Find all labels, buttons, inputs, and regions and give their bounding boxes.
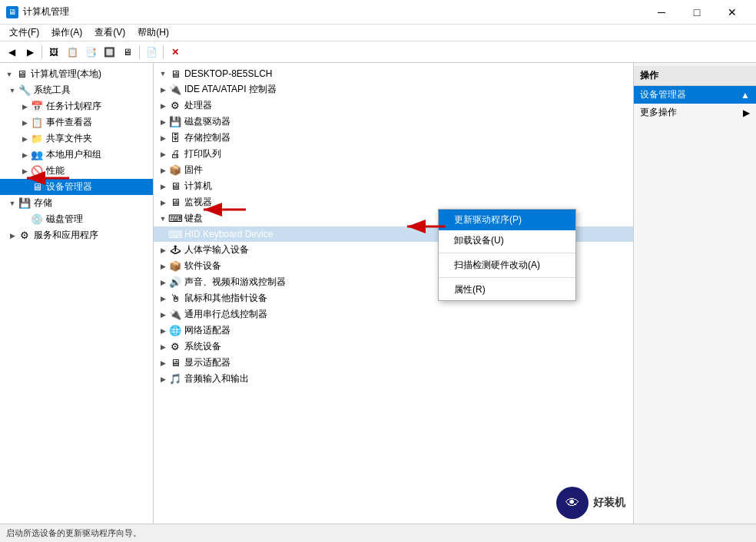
humaninput-label: 人体学输入设备: [184, 243, 249, 256]
monitor-label: 监视器: [184, 196, 212, 209]
minimize-button[interactable]: ─: [644, 0, 679, 25]
taskscheduler-label: 任务计划程序: [46, 100, 101, 113]
toolbar-delete[interactable]: ✕: [167, 44, 184, 61]
network-label: 网络适配器: [184, 324, 230, 337]
storagectrl-toggle: ▶: [157, 132, 169, 144]
toolbar-btn6[interactable]: 📄: [143, 44, 160, 61]
localusers-label: 本地用户和组: [46, 148, 101, 161]
usb-toggle: ▶: [157, 309, 169, 321]
mouse-label: 鼠标和其他指针设备: [184, 292, 267, 305]
action-moreactions[interactable]: 更多操作 ▶: [634, 104, 756, 121]
audioio-label: 音频输入和输出: [184, 372, 249, 385]
software-toggle: ▶: [157, 260, 169, 273]
eventviewer-icon: 📋: [31, 117, 43, 129]
diskmanager-icon: 💿: [31, 213, 43, 226]
close-button[interactable]: ✕: [715, 0, 750, 25]
device-cpu[interactable]: ▶ ⚙ 处理器: [154, 97, 633, 114]
tree-diskmanager[interactable]: 💿 磁盘管理: [0, 211, 153, 227]
ctx-update-driver[interactable]: 更新驱动程序(P): [439, 210, 575, 230]
monitor-icon: 🖥: [169, 197, 181, 209]
ctx-scan[interactable]: 扫描检测硬件改动(A): [439, 255, 575, 276]
title-text: 计算机管理: [23, 5, 644, 18]
toolbar-forward[interactable]: ▶: [22, 44, 38, 61]
tree-root[interactable]: ▼ 🖥 计算机管理(本地): [0, 66, 153, 82]
title-icon: 🖥: [6, 6, 18, 18]
tree-taskscheduler[interactable]: ▶ 📅 任务计划程序: [0, 98, 153, 114]
computer-toggle: ▶: [157, 180, 169, 193]
action-moreactions-arrow: ▶: [743, 107, 750, 118]
toolbar-btn3[interactable]: 📑: [82, 44, 99, 61]
menu-action[interactable]: 操作(A): [45, 25, 88, 41]
ide-label: IDE ATA/ATAPI 控制器: [184, 83, 277, 96]
device-disk[interactable]: ▶ 💾 磁盘驱动器: [154, 114, 633, 130]
network-toggle: ▶: [157, 325, 169, 337]
toolbar-btn5[interactable]: 🖥: [119, 44, 136, 61]
audio-toggle: ▶: [157, 276, 169, 289]
print-toggle: ▶: [157, 148, 169, 160]
device-usb[interactable]: ▶ 🔌 通用串行总线控制器: [154, 306, 633, 322]
audio-label: 声音、视频和游戏控制器: [184, 276, 286, 289]
toolbar-sep3: [163, 45, 164, 59]
tree-sharedfolder[interactable]: ▶ 📁 共享文件夹: [0, 131, 153, 147]
computer-icon: 🖥: [169, 180, 181, 193]
firmware-label: 固件: [184, 164, 203, 177]
performance-toggle: ▶: [18, 165, 31, 177]
print-label: 打印队列: [184, 147, 221, 160]
cpu-toggle: ▶: [157, 100, 169, 112]
action-devicemanager-arrow: ▲: [741, 90, 750, 101]
device-ide[interactable]: ▶ 🔌 IDE ATA/ATAPI 控制器: [154, 81, 633, 97]
software-icon: 📦: [169, 260, 181, 273]
storagectrl-icon: 🗄: [169, 132, 181, 144]
device-root[interactable]: ▼ 🖥 DESKTOP-8E5SLCH: [154, 66, 633, 81]
device-monitor[interactable]: ▶ 🖥 监视器: [154, 194, 633, 210]
toolbar-btn1[interactable]: 🖼: [45, 44, 62, 61]
ctx-properties[interactable]: 属性(R): [439, 279, 575, 300]
sharedfolder-icon: 📁: [31, 133, 43, 145]
tree-performance[interactable]: ▶ 🚫 性能: [0, 163, 153, 179]
title-bar: 🖥 计算机管理 ─ □ ✕: [0, 0, 756, 25]
device-firmware[interactable]: ▶ 📦 固件: [154, 162, 633, 178]
firmware-icon: 📦: [169, 164, 181, 177]
tree-systemtools[interactable]: ▼ 🔧 系统工具: [0, 82, 153, 98]
mouse-icon: 🖱: [169, 292, 181, 305]
watermark: 👁 好装机: [556, 487, 625, 519]
device-network[interactable]: ▶ 🌐 网络适配器: [154, 322, 633, 339]
toolbar-btn4[interactable]: 🔲: [101, 44, 118, 61]
action-devicemanager[interactable]: 设备管理器 ▲: [634, 86, 756, 104]
device-computer[interactable]: ▶ 🖥 计算机: [154, 178, 633, 194]
disk-label: 磁盘驱动器: [184, 115, 230, 128]
usb-icon: 🔌: [169, 309, 181, 321]
cpu-label: 处理器: [184, 99, 212, 112]
device-audioio[interactable]: ▶ 🎵 音频输入和输出: [154, 371, 633, 387]
toolbar-sep1: [41, 45, 42, 59]
system-label: 系统设备: [184, 340, 221, 353]
menu-file[interactable]: 文件(F): [3, 25, 45, 41]
keyboard-icon: ⌨: [169, 213, 181, 225]
device-root-toggle: ▼: [157, 68, 169, 80]
device-display[interactable]: ▶ 🖥 显示适配器: [154, 355, 633, 371]
services-label: 服务和应用程序: [34, 229, 98, 242]
tree-eventviewer[interactable]: ▶ 📋 事件查看器: [0, 114, 153, 131]
ctx-uninstall[interactable]: 卸载设备(U): [439, 230, 575, 251]
disk-toggle: ▶: [157, 116, 169, 128]
tree-services[interactable]: ▶ ⚙ 服务和应用程序: [0, 227, 153, 243]
tree-storage[interactable]: ▼ 💾 存储: [0, 195, 153, 211]
humaninput-toggle: ▶: [157, 244, 169, 256]
tree-devicemanager[interactable]: 🖥 设备管理器: [0, 179, 153, 195]
toolbar-btn2[interactable]: 📋: [64, 44, 81, 61]
device-system[interactable]: ▶ ⚙ 系统设备: [154, 339, 633, 355]
maximize-button[interactable]: □: [679, 0, 715, 25]
devicemanager-icon: 🖥: [31, 181, 43, 193]
menu-view[interactable]: 查看(V): [88, 25, 131, 41]
toolbar-back[interactable]: ◀: [3, 44, 20, 61]
localusers-toggle: ▶: [18, 149, 31, 161]
systemtools-icon: 🔧: [18, 84, 31, 97]
systemtools-toggle: ▼: [6, 84, 18, 97]
device-storagectrl[interactable]: ▶ 🗄 存储控制器: [154, 130, 633, 146]
watermark-icon: 👁: [556, 487, 589, 519]
systemtools-label: 系统工具: [34, 84, 71, 97]
menu-help[interactable]: 帮助(H): [131, 25, 175, 41]
tree-localusers[interactable]: ▶ 👥 本地用户和组: [0, 147, 153, 163]
device-print[interactable]: ▶ 🖨 打印队列: [154, 146, 633, 162]
keyboard-label: 键盘: [184, 212, 203, 225]
